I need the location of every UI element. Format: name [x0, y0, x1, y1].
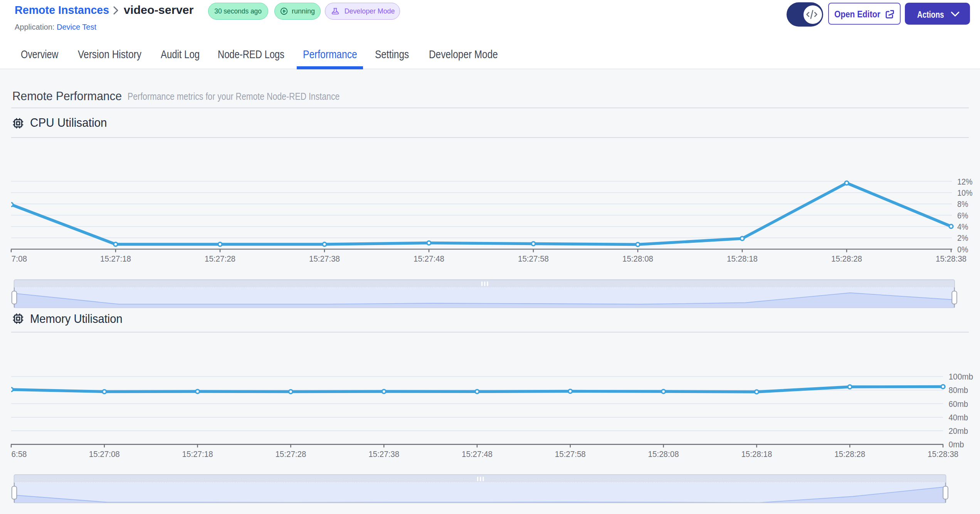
svg-text:15:28:18: 15:28:18: [741, 449, 772, 459]
svg-text:15:28:18: 15:28:18: [727, 254, 758, 264]
svg-text:12%: 12%: [957, 177, 973, 186]
svg-text:15:27:58: 15:27:58: [518, 254, 549, 264]
svg-text:0%: 0%: [957, 245, 968, 254]
svg-text:15:27:38: 15:27:38: [368, 449, 399, 459]
svg-text:6:58: 6:58: [12, 449, 27, 459]
svg-text:15:27:38: 15:27:38: [309, 254, 340, 264]
svg-text:15:28:38: 15:28:38: [936, 254, 967, 264]
svg-text:15:27:08: 15:27:08: [89, 449, 120, 459]
svg-text:15:28:38: 15:28:38: [928, 449, 958, 459]
svg-text:15:28:08: 15:28:08: [622, 254, 653, 264]
svg-text:0mb: 0mb: [949, 440, 964, 449]
svg-text:15:28:28: 15:28:28: [834, 449, 865, 459]
svg-text:15:27:28: 15:27:28: [205, 254, 235, 264]
svg-text:15:27:28: 15:27:28: [275, 449, 306, 459]
svg-text:10%: 10%: [957, 188, 973, 198]
svg-text:40mb: 40mb: [949, 413, 968, 422]
svg-text:60mb: 60mb: [949, 399, 968, 409]
svg-text:15:27:18: 15:27:18: [182, 449, 213, 459]
svg-text:6%: 6%: [957, 211, 968, 220]
svg-text:100mb: 100mb: [949, 372, 973, 381]
svg-text:15:27:58: 15:27:58: [555, 449, 586, 459]
svg-text:2%: 2%: [957, 233, 968, 243]
svg-text:15:27:48: 15:27:48: [414, 254, 444, 264]
svg-text:15:28:28: 15:28:28: [831, 254, 862, 264]
svg-text:8%: 8%: [957, 199, 968, 209]
svg-text:7:08: 7:08: [12, 254, 27, 264]
svg-text:20mb: 20mb: [949, 426, 968, 436]
svg-text:80mb: 80mb: [949, 385, 968, 395]
svg-text:15:28:08: 15:28:08: [648, 449, 679, 459]
svg-text:15:27:18: 15:27:18: [100, 254, 131, 264]
svg-text:15:27:48: 15:27:48: [462, 449, 493, 459]
svg-text:4%: 4%: [957, 222, 968, 232]
